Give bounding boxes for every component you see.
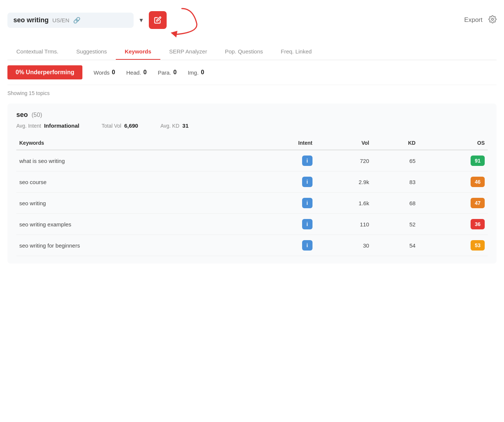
stat-para: Para. 0 (158, 69, 177, 76)
search-locale: US/EN (52, 17, 69, 23)
col-kd: KD (372, 136, 419, 150)
kw-keyword: seo writing for beginners (16, 235, 246, 256)
header-bar: seo writing US/EN 🔗 ▾ Export (7, 7, 497, 36)
os-badge: 36 (471, 219, 485, 229)
svg-marker-1 (171, 31, 177, 37)
avg-intent-item: Avg. Intent Informational (16, 122, 79, 129)
header-actions: Export (464, 15, 497, 25)
kw-os: 36 (419, 214, 488, 235)
os-badge: 53 (471, 240, 485, 251)
kw-intent: i (246, 235, 315, 256)
kw-intent: i (246, 171, 315, 193)
avg-kd-label: Avg. KD (160, 123, 179, 129)
words-label: Words (94, 69, 109, 76)
stats-bar: 0% Underperforming Words 0 Head. 0 Para.… (7, 60, 497, 85)
os-badge: 46 (471, 177, 485, 187)
intent-badge: i (302, 198, 312, 208)
intent-badge: i (302, 156, 312, 166)
img-value: 0 (201, 69, 204, 76)
kw-vol: 30 (315, 235, 372, 256)
head-value: 0 (143, 69, 147, 76)
table-row[interactable]: seo course i 2.9k 83 46 (16, 171, 488, 193)
total-vol-label: Total Vol (102, 123, 121, 129)
avg-kd-value: 31 (182, 122, 189, 129)
kw-kd: 68 (372, 193, 419, 214)
kw-intent: i (246, 150, 315, 171)
col-os: OS (419, 136, 488, 150)
tab-questions[interactable]: Pop. Questions (216, 44, 272, 60)
avg-kd-item: Avg. KD 31 (160, 122, 189, 129)
stat-head: Head. 0 (126, 69, 147, 76)
col-intent: Intent (246, 136, 315, 150)
search-query: seo writing (13, 16, 49, 24)
table-row[interactable]: seo writing i 1.6k 68 47 (16, 193, 488, 214)
table-row[interactable]: seo writing examples i 110 52 36 (16, 214, 488, 235)
topic-meta: Avg. Intent Informational Total Vol 6,69… (16, 122, 488, 129)
kw-vol: 2.9k (315, 171, 372, 193)
kw-vol: 110 (315, 214, 372, 235)
kw-vol: 1.6k (315, 193, 372, 214)
words-value: 0 (112, 69, 115, 76)
col-vol: Vol (315, 136, 372, 150)
arrow-annotation (134, 5, 200, 38)
tab-contextual[interactable]: Contextual Trms. (7, 44, 67, 60)
svg-point-0 (491, 18, 494, 20)
avg-intent-value: Informational (44, 122, 79, 129)
topic-header: seo (50) (16, 111, 488, 119)
table-row[interactable]: what is seo writing i 720 65 91 (16, 150, 488, 171)
showing-topics: Showing 15 topics (7, 85, 497, 104)
kw-os: 91 (419, 150, 488, 171)
kw-keyword: seo course (16, 171, 246, 193)
kw-os: 47 (419, 193, 488, 214)
keywords-table: Keywords Intent Vol KD OS what is seo wr… (16, 136, 488, 256)
tabs-bar: Contextual Trms. Suggestions Keywords SE… (7, 44, 497, 60)
head-label: Head. (126, 69, 141, 76)
stat-words: Words 0 (94, 69, 115, 76)
avg-intent-label: Avg. Intent (16, 123, 41, 129)
tab-keywords[interactable]: Keywords (116, 44, 160, 60)
para-value: 0 (173, 69, 177, 76)
underperforming-badge: 0% Underperforming (7, 65, 82, 79)
intent-badge: i (302, 240, 312, 251)
tab-serp[interactable]: SERP Analyzer (160, 44, 216, 60)
kw-vol: 720 (315, 150, 372, 171)
topic-section: seo (50) Avg. Intent Informational Total… (7, 104, 497, 264)
kw-os: 46 (419, 171, 488, 193)
intent-badge: i (302, 219, 312, 229)
kw-intent: i (246, 193, 315, 214)
tab-suggestions[interactable]: Suggestions (67, 44, 116, 60)
kw-kd: 52 (372, 214, 419, 235)
total-vol-value: 6,690 (124, 122, 138, 129)
os-badge: 47 (471, 198, 485, 208)
total-vol-item: Total Vol 6,690 (102, 122, 138, 129)
gear-button[interactable] (488, 15, 497, 25)
os-badge: 91 (471, 156, 485, 166)
table-row[interactable]: seo writing for beginners i 30 54 53 (16, 235, 488, 256)
topic-count: (50) (32, 112, 42, 118)
kw-keyword: seo writing (16, 193, 246, 214)
topic-name: seo (16, 111, 28, 119)
kw-keyword: what is seo writing (16, 150, 246, 171)
kw-os: 53 (419, 235, 488, 256)
tab-linked[interactable]: Freq. Linked (272, 44, 320, 60)
para-label: Para. (158, 69, 171, 76)
kw-keyword: seo writing examples (16, 214, 246, 235)
intent-badge: i (302, 177, 312, 187)
kw-kd: 83 (372, 171, 419, 193)
kw-kd: 54 (372, 235, 419, 256)
gear-icon (488, 15, 497, 23)
col-keywords: Keywords (16, 136, 246, 150)
kw-kd: 65 (372, 150, 419, 171)
search-pill: seo writing US/EN 🔗 (7, 13, 134, 28)
img-label: Img. (188, 69, 199, 76)
export-button[interactable]: Export (464, 16, 482, 24)
stat-img: Img. 0 (188, 69, 204, 76)
kw-intent: i (246, 214, 315, 235)
link-icon: 🔗 (73, 17, 81, 24)
